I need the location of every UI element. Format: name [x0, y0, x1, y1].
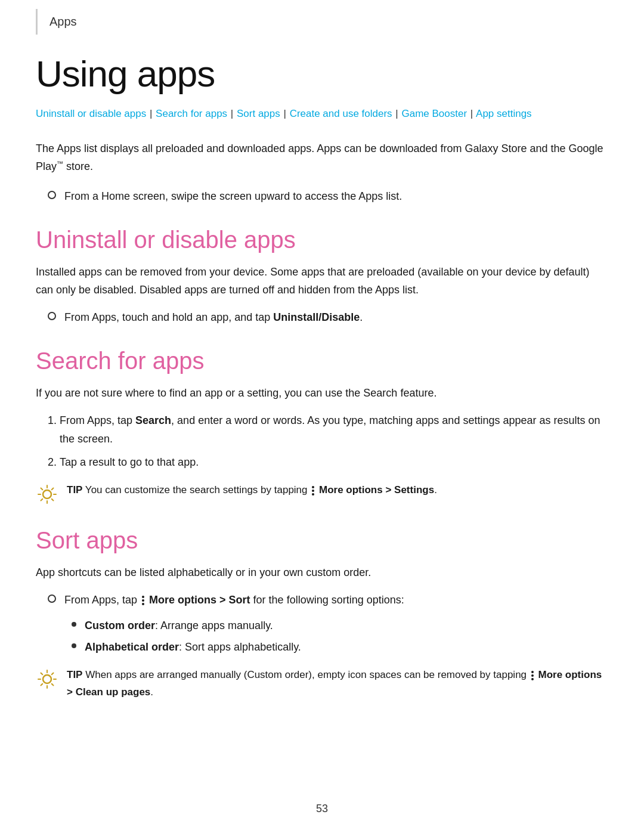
uninstall-bullet: From Apps, touch and hold an app, and ta…: [48, 309, 608, 326]
section-heading-uninstall: Uninstall or disable apps: [36, 227, 608, 253]
toc-links: Uninstall or disable apps | Search for a…: [36, 106, 608, 123]
search-step-2: Tap a result to go to that app.: [60, 453, 608, 472]
toc-separator-4: |: [393, 108, 398, 119]
toc-link-search[interactable]: Search for apps: [156, 108, 227, 119]
breadcrumb-label: Apps: [49, 15, 77, 28]
search-tip-box: TIP You can customize the search setting…: [36, 482, 608, 506]
uninstall-body: Installed apps can be removed from your …: [36, 263, 608, 299]
toc-link-uninstall[interactable]: Uninstall or disable apps: [36, 108, 146, 119]
toc-link-sort[interactable]: Sort apps: [237, 108, 280, 119]
sort-tip-text: TIP When apps are arranged manually (Cus…: [67, 667, 608, 701]
svg-line-8: [41, 499, 43, 501]
tip-icon-search: [36, 483, 58, 506]
svg-line-16: [52, 673, 54, 675]
search-numbered-list: From Apps, tap Search, and enter a word …: [60, 411, 608, 471]
sort-tip-bold: More options > Clean up pages: [67, 669, 602, 698]
svg-line-5: [41, 488, 43, 490]
search-tip-bold: More options > Settings: [319, 484, 434, 496]
section-heading-sort: Sort apps: [36, 527, 608, 554]
page-container: Apps Using apps Uninstall or disable app…: [0, 0, 644, 833]
svg-line-14: [41, 673, 43, 675]
sort-sub-bullet-1: Custom order: Arrange apps manually.: [72, 617, 608, 634]
search-tip-text: TIP You can customize the search setting…: [67, 482, 437, 499]
toc-link-folders[interactable]: Create and use folders: [290, 108, 392, 119]
three-dots-icon-3: [531, 671, 534, 680]
sort-sub-bullet-2: Alphabetical order: Sort apps alphabetic…: [72, 639, 608, 656]
search-body: If you are not sure where to find an app…: [36, 384, 608, 402]
breadcrumb: Apps: [36, 9, 608, 35]
search-bold-1: Search: [135, 414, 171, 426]
bullet-circle-icon-3: [48, 594, 56, 603]
sort-bullet: From Apps, tap More options > Sort for t…: [48, 592, 608, 609]
three-dots-icon-1: [312, 486, 314, 496]
sort-alpha-order-bold: Alphabetical order: [85, 641, 179, 653]
toc-separator-2: |: [228, 108, 233, 119]
svg-line-7: [52, 488, 54, 490]
sort-custom-order-text: Custom order: Arrange apps manually.: [85, 617, 273, 634]
sort-tip-label: TIP: [67, 669, 82, 680]
sort-tip-box: TIP When apps are arranged manually (Cus…: [36, 667, 608, 701]
sort-bullet-text: From Apps, tap More options > Sort for t…: [64, 592, 404, 609]
section-heading-search: Search for apps: [36, 348, 608, 374]
tip-icon-sort: [36, 668, 58, 690]
sort-alpha-order-text: Alphabetical order: Sort apps alphabetic…: [85, 639, 301, 656]
sub-bullet-dot-1: [72, 622, 76, 627]
intro-bullet-text: From a Home screen, swipe the screen upw…: [64, 188, 402, 205]
toc-link-appsettings[interactable]: App settings: [476, 108, 532, 119]
svg-line-17: [41, 684, 43, 686]
toc-separator-3: |: [281, 108, 286, 119]
bullet-circle-icon: [48, 191, 56, 199]
page-number: 53: [0, 791, 644, 833]
three-dots-icon-2: [142, 596, 144, 605]
bullet-circle-icon-2: [48, 312, 56, 320]
search-step-1: From Apps, tap Search, and enter a word …: [60, 411, 608, 448]
svg-line-6: [52, 499, 54, 501]
svg-line-15: [52, 684, 54, 686]
intro-bullet: From a Home screen, swipe the screen upw…: [48, 188, 608, 205]
uninstall-bold: Uninstall/Disable: [273, 311, 360, 323]
svg-point-0: [43, 490, 51, 498]
page-title: Using apps: [36, 52, 608, 95]
sort-sub-bullets: Custom order: Arrange apps manually. Alp…: [72, 617, 608, 657]
toc-separator-1: |: [147, 108, 152, 119]
sort-bold-options: More options > Sort: [149, 594, 250, 606]
search-tip-label: TIP: [67, 484, 82, 496]
sub-bullet-dot-2: [72, 643, 76, 648]
toc-link-gamebooster[interactable]: Game Booster: [402, 108, 467, 119]
svg-point-9: [43, 675, 51, 683]
sort-body: App shortcuts can be listed alphabetical…: [36, 563, 608, 582]
content-area: Using apps Uninstall or disable apps | S…: [0, 35, 644, 791]
uninstall-bullet-text: From Apps, touch and hold an app, and ta…: [64, 309, 363, 326]
toc-separator-5: |: [467, 108, 473, 119]
intro-paragraph: The Apps list displays all preloaded and…: [36, 140, 608, 176]
sort-custom-order-bold: Custom order: [85, 620, 155, 631]
